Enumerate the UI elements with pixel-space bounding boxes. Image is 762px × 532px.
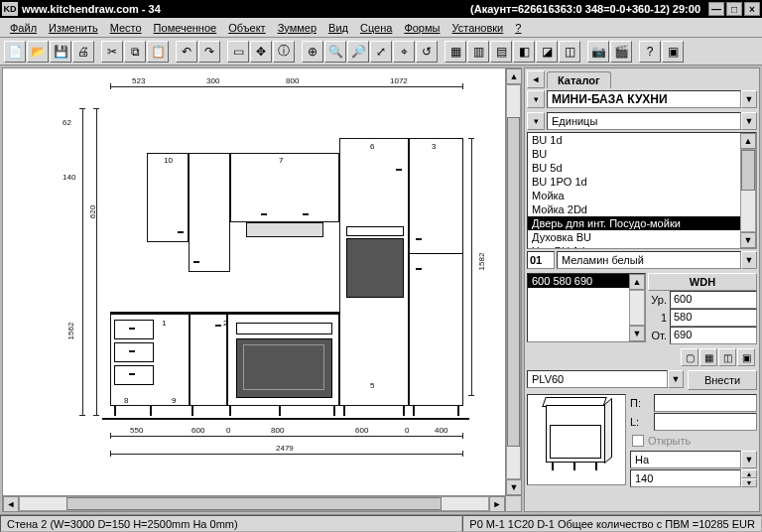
list-item[interactable]: BU [528,147,740,161]
camera-icon[interactable]: 📷 [587,41,609,63]
new-icon[interactable]: 📄 [4,41,26,63]
preview-thumb [527,394,626,485]
select-icon[interactable]: ▭ [227,41,249,63]
items-scrollbar[interactable]: ▲▼ [740,133,756,248]
ref-dd-icon[interactable]: ▼ [668,370,684,388]
w-input[interactable]: 600 [670,291,757,309]
menu-marked[interactable]: Помеченное [148,20,223,36]
view-plan-icon[interactable]: ▦ [444,41,466,63]
kitchen-elevation: 523 300 800 1072 62 140 620 1562 1582 [63,78,459,466]
copy-icon[interactable]: ⧉ [124,41,146,63]
open-checkbox[interactable]: Открыть [630,432,757,450]
maximize-button[interactable]: □ [726,2,742,16]
render-icon[interactable]: 🎬 [610,41,632,63]
menubar: Файл Изменить Место Помеченное Объект Зу… [0,18,762,38]
items-list[interactable]: BU 1d BU BU 5d BU 1PO 1d Мойка Мойка 2Dd… [527,132,757,249]
catalog-collapse-icon[interactable]: ◄ [527,70,545,88]
side-select[interactable]: На [630,451,741,468]
l-input[interactable] [654,413,757,431]
menu-view[interactable]: Вид [322,20,354,36]
menu-help[interactable]: ? [509,20,527,36]
undo-icon[interactable]: ↶ [176,41,197,63]
category-select[interactable]: Единицы [547,112,741,130]
list-item[interactable]: BU 5d [528,161,740,175]
tall-cab [409,138,463,406]
menu-place[interactable]: Место [104,20,148,36]
list-item-selected[interactable]: Дверь для инт. Посудо-мойки [528,216,740,230]
scroll-right-icon[interactable]: ► [489,496,505,512]
save-icon[interactable]: 💾 [50,41,71,63]
print-icon[interactable]: 🖨 [72,41,94,63]
zoom-in-icon[interactable]: 🔍 [324,41,346,63]
view-persp-icon[interactable]: ◪ [536,41,558,63]
insert-button[interactable]: Внести [688,370,757,390]
category-dd-icon[interactable]: ▼ [741,112,757,130]
book-icon[interactable]: ▣ [662,41,684,63]
base-slim [190,314,227,406]
status-right: P0 M-1 1C20 D-1 Общее количество с ПВМ =… [462,515,762,532]
info-icon[interactable]: ⓘ [273,41,295,63]
mini-btn-3[interactable]: ◫ [718,348,736,366]
view-3d-icon[interactable]: ◧ [513,41,535,63]
dims-list[interactable]: 600 580 690 ▲▼ [527,273,646,342]
list-item[interactable]: Мойка [528,189,740,202]
ref-field[interactable]: PLV60 [527,370,668,388]
zoom-fit-icon[interactable]: ⤢ [370,41,392,63]
zoom-prev-icon[interactable]: ↺ [416,41,438,63]
scroll-down-icon[interactable]: ▼ [506,479,522,495]
list-item[interactable]: Духовка BU [528,230,740,244]
qty-stepper[interactable]: ▲▼ [741,469,757,487]
view-tile-icon[interactable]: ▤ [490,41,512,63]
move-icon[interactable]: ✥ [250,41,272,63]
menu-scene[interactable]: Сцена [354,20,398,36]
list-item[interactable]: Угл. BU 1d [528,244,740,248]
catalog-name[interactable]: МИНИ-БАЗА КУХНИ [547,90,741,108]
status-left: Стена 2 (W=3000 D=150 H=2500mm На 0mm) [0,515,462,532]
close-button[interactable]: × [744,2,760,16]
help-icon[interactable]: ? [639,41,661,63]
category-icon[interactable]: ▾ [527,112,545,130]
open-icon[interactable]: 📂 [27,41,49,63]
paste-icon[interactable]: 📋 [147,41,169,63]
scroll-left-icon[interactable]: ◄ [3,496,19,512]
cut-icon[interactable]: ✂ [101,41,123,63]
zoom-window-icon[interactable]: ⌖ [393,41,415,63]
tab-catalog[interactable]: Каталог [547,71,611,88]
canvas[interactable]: 523 300 800 1072 62 140 620 1562 1582 [3,68,521,495]
menu-settings[interactable]: Установки [445,20,509,36]
material-name[interactable]: Меламин белый [557,251,741,269]
h-scrollbar[interactable]: ◄ ► [3,495,521,511]
redo-icon[interactable]: ↷ [198,41,220,63]
side-dd-icon[interactable]: ▼ [741,451,757,468]
menu-forms[interactable]: Формы [398,20,445,36]
mini-btn-1[interactable]: ▢ [681,348,698,366]
material-dd-icon[interactable]: ▼ [741,251,757,269]
list-item[interactable]: BU 1d [528,133,740,147]
v-scrollbar[interactable]: ▲ ▼ [505,68,521,495]
catalog-name-dd-icon[interactable]: ▼ [741,90,757,108]
plus-oval-icon[interactable]: ⊕ [302,41,323,63]
list-item[interactable]: Мойка 2Dd [528,202,740,216]
mini-btn-2[interactable]: ▦ [699,348,717,366]
mini-btn-4[interactable]: ▣ [737,348,755,366]
p-input[interactable] [654,394,757,412]
menu-object[interactable]: Объект [222,20,271,36]
titlebar: KD www.kitchendraw.com - 34 (Акаунт=6266… [0,0,762,18]
menu-edit[interactable]: Изменить [43,20,104,36]
list-item[interactable]: BU 1PO 1d [528,175,740,189]
material-code[interactable]: 01 [527,251,555,269]
minimize-button[interactable]: — [708,2,724,16]
base-drawers [110,314,190,406]
menu-file[interactable]: Файл [4,20,43,36]
h-input[interactable]: 690 [670,327,757,344]
scroll-up-icon[interactable]: ▲ [506,68,522,84]
zoom-out-icon[interactable]: 🔎 [347,41,369,63]
view-real-icon[interactable]: ◫ [559,41,580,63]
menu-zoom[interactable]: Зуммер [272,20,322,36]
dims-selected[interactable]: 600 580 690 [528,274,629,288]
qty-input[interactable]: 140 [630,469,741,487]
toolbar: 📄 📂 💾 🖨 ✂ ⧉ 📋 ↶ ↷ ▭ ✥ ⓘ ⊕ 🔍 🔎 ⤢ ⌖ ↺ ▦ ▥ … [0,38,762,66]
catalog-db-icon[interactable]: ▾ [527,90,545,108]
view-elev-icon[interactable]: ▥ [467,41,489,63]
d-input[interactable]: 580 [670,309,757,327]
